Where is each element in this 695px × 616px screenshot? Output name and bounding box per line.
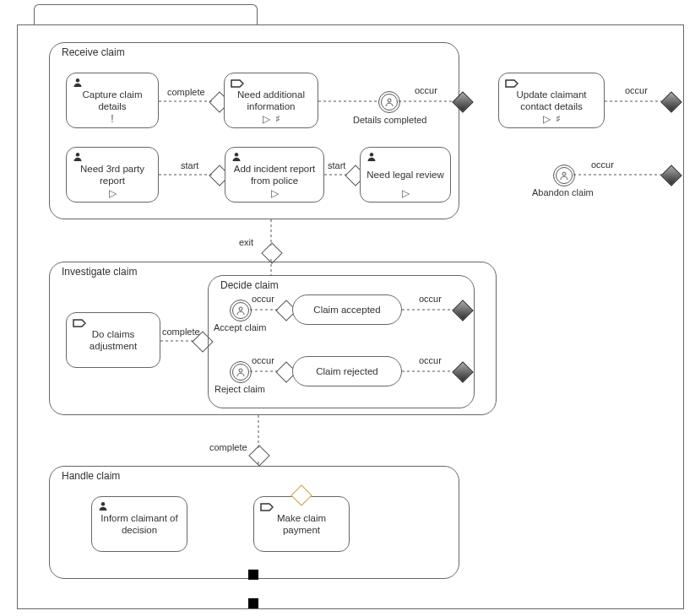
task-incident-text: Add incident report from police — [229, 163, 320, 187]
task-adjust-text: Do claims adjustment — [70, 328, 156, 353]
task-capture-claim-details[interactable]: Capture claim details ! — [66, 73, 159, 128]
edge-occur-d: occur — [419, 355, 442, 365]
lane-decide-label: Decide claim — [220, 279, 279, 291]
play-marker-icon: ▷ — [271, 188, 279, 198]
edge-occur-upd: occur — [625, 85, 648, 95]
tag-icon — [505, 79, 519, 88]
edge-occur1: occur — [415, 85, 437, 95]
edge-occur-ab: occur — [591, 159, 614, 170]
play-marker-icon: ▷ — [263, 114, 270, 124]
task-need-legal-review[interactable]: Need legal review ▷ — [360, 147, 451, 203]
svg-point-5 — [562, 172, 566, 176]
edge-complete3: complete — [209, 442, 247, 452]
event-abandon-claim[interactable] — [553, 165, 575, 186]
svg-point-2 — [76, 153, 79, 156]
task-capture-text: Capture claim details — [70, 89, 155, 113]
marker-square-2 — [248, 598, 258, 608]
edge-occur-a: occur — [252, 294, 274, 304]
pool-tab — [34, 4, 258, 24]
svg-point-8 — [101, 502, 105, 505]
event-reject-claim[interactable] — [230, 361, 252, 383]
edge-start2: start — [328, 160, 345, 170]
tag-icon — [73, 319, 86, 327]
person-icon — [559, 170, 569, 181]
state-claim-accepted[interactable]: Claim accepted — [292, 294, 402, 325]
event-accept-claim[interactable] — [230, 300, 252, 322]
event-details-completed-label: Details completed — [353, 115, 426, 125]
state-claim-rejected[interactable]: Claim rejected — [292, 356, 402, 386]
task-inform-claimant[interactable]: Inform claimant of decision — [91, 496, 187, 552]
lane-receive-label: Receive claim — [62, 46, 125, 58]
person-icon — [384, 97, 394, 107]
user-icon — [231, 152, 242, 162]
task-need-additional-info[interactable]: Need additional information ▷ ♯ — [224, 73, 318, 128]
task-add-incident-report[interactable]: Add incident report from police ▷ — [225, 147, 324, 203]
state-rejected-text: Claim rejected — [316, 366, 378, 376]
parallel-marker-icon: ♯ — [275, 114, 280, 124]
task-legal-text: Need legal review — [367, 169, 443, 181]
task-payment-text: Make claim payment — [258, 512, 345, 537]
state-accepted-text: Claim accepted — [313, 305, 380, 315]
marker-row: ▷ ♯ — [225, 114, 318, 124]
user-icon — [73, 78, 83, 88]
event-abandon-label: Abandon claim — [532, 187, 594, 197]
svg-point-1 — [388, 99, 391, 102]
edge-exit: exit — [239, 237, 253, 247]
user-icon — [73, 152, 83, 162]
edge-complete2: complete — [162, 327, 200, 337]
svg-point-7 — [239, 369, 242, 372]
event-reject-label: Reject claim — [214, 384, 265, 394]
user-icon — [98, 501, 108, 511]
tag-icon — [260, 503, 274, 511]
lane-handle-label: Handle claim — [62, 470, 120, 482]
person-icon — [236, 305, 246, 316]
task-update-text: Update claimant contact details — [502, 89, 600, 113]
bpmn-diagram: Receive claim Capture claim details ! co… — [0, 0, 695, 616]
task-do-claims-adjustment[interactable]: Do claims adjustment — [66, 312, 160, 368]
svg-point-6 — [239, 307, 242, 311]
marker-square-1 — [248, 570, 258, 580]
svg-point-0 — [76, 78, 79, 82]
svg-point-3 — [235, 153, 238, 156]
edge-occur-b: occur — [419, 294, 442, 304]
marker-exclaim: ! — [111, 114, 113, 124]
parallel-marker-icon: ♯ — [556, 114, 561, 124]
task-need-3rd-party[interactable]: Need 3rd party report ▷ — [66, 147, 159, 203]
play-marker-icon: ▷ — [402, 188, 410, 198]
user-icon — [367, 152, 377, 162]
task-inform-text: Inform claimant of decision — [95, 512, 183, 537]
task-needinfo-text: Need additional information — [228, 89, 314, 113]
lane-investigate-label: Investigate claim — [62, 266, 137, 278]
tag-icon — [231, 79, 244, 88]
task-update-contact-details[interactable]: Update claimant contact details ▷ ♯ — [498, 73, 605, 128]
edge-occur-c: occur — [252, 355, 274, 365]
play-marker-icon: ▷ — [543, 114, 551, 124]
marker-row: ! — [67, 114, 158, 124]
event-accept-label: Accept claim — [214, 322, 266, 332]
edge-start1: start — [181, 160, 198, 170]
edge-complete1: complete — [167, 87, 205, 97]
event-details-completed[interactable] — [378, 91, 400, 113]
task-3rd-text: Need 3rd party report — [70, 163, 155, 187]
person-icon — [236, 367, 246, 377]
play-marker-icon: ▷ — [109, 188, 117, 198]
svg-point-4 — [370, 153, 373, 156]
